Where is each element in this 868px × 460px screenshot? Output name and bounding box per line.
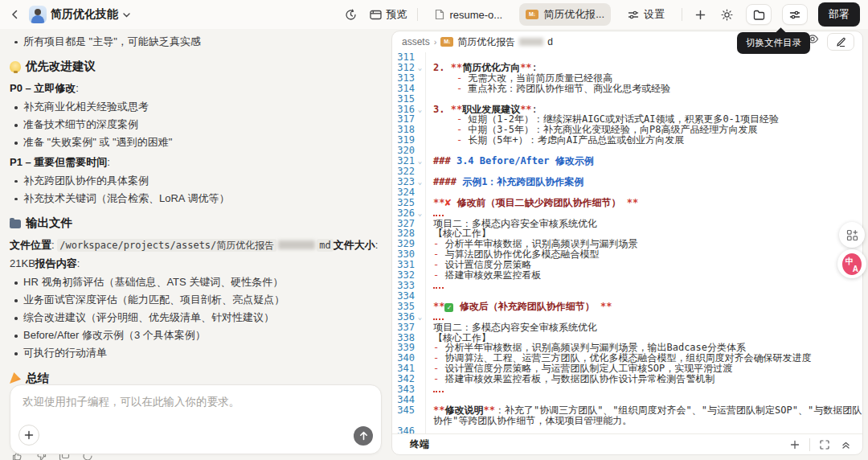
- fold-gutter: [415, 302, 425, 312]
- code-line-content[interactable]: [425, 384, 862, 395]
- code-line-content[interactable]: ### 3.4 Before/After 修改示例: [425, 156, 862, 166]
- chat-bullet: 所有项目都是 "主导"，可能缺乏真实感: [10, 34, 380, 51]
- expand-terminal-button[interactable]: [817, 437, 832, 452]
- chat-bullet: 准备技术细节的深度案例: [10, 117, 380, 133]
- line-number: 334: [392, 291, 415, 302]
- send-button[interactable]: [354, 426, 373, 446]
- code-line-content[interactable]: - 搭建审核效果监控看板，与数据团队协作设计异常检测告警机制: [425, 374, 862, 384]
- redacted-filename: [519, 38, 543, 46]
- collapse-terminal-button[interactable]: [839, 437, 853, 452]
- code-line-content[interactable]: - 搭建审核效果监控看板: [425, 270, 862, 281]
- bold-marker: **: [483, 405, 494, 416]
- bold-text: 文件位置: [10, 239, 51, 251]
- bold-text: P1 – 重要但需要时间: [10, 156, 107, 168]
- fold-chevron-icon[interactable]: ⌄: [415, 208, 425, 219]
- pencil-icon: [836, 37, 846, 47]
- chat-bullet: 补充跨团队协作的具体案例: [10, 173, 380, 190]
- code-line-content[interactable]: **修改说明**：补充了"协调三方团队"、"组织周度对齐会"、"与运营团队制定S…: [425, 405, 862, 426]
- code-line-content[interactable]: [425, 281, 862, 291]
- party-icon: [10, 372, 21, 384]
- chat-heading-text: 输出文件: [26, 216, 72, 231]
- fold-gutter: [415, 125, 425, 135]
- preview-button[interactable]: 预览: [370, 7, 407, 22]
- list-marker: 2.: [433, 62, 451, 73]
- line-number: 326: [392, 208, 415, 219]
- fold-gutter: [415, 374, 425, 384]
- fold-chevron-icon[interactable]: ⌄: [415, 312, 425, 322]
- fold-chevron-icon[interactable]: ⌄: [415, 156, 425, 166]
- tab-label: 简历优化报...: [543, 7, 604, 22]
- red-bold-text: 修改前（项目二缺少跨团队协作细节）: [451, 197, 620, 208]
- code-line: 319 - 长期（5年+）：考虑向AI产品总监或创业方向发展: [392, 135, 862, 146]
- code-line-content[interactable]: #### 示例1：补充跨团队协作案例: [425, 177, 862, 187]
- terminal-bar: 终端: [392, 433, 862, 454]
- chat-panel: 所有项目都是 "主导"，可能缺乏真实感优先改进建议P0 – 立即修改:补充商业化…: [0, 29, 391, 460]
- chevron-down-icon: [122, 10, 131, 19]
- fold-gutter: [415, 94, 425, 105]
- agent-title-dropdown[interactable]: 简历优化技能: [29, 6, 131, 23]
- code-line-content[interactable]: **✓ 修改后（补充跨团队协作细节） **: [425, 302, 862, 312]
- text: 分析半年审核数据，识别高频误判与漏判场景，输出Badcase分类体系: [439, 342, 746, 353]
- text: :: [77, 257, 80, 269]
- terminal-label[interactable]: 终端: [410, 437, 429, 451]
- code-line-content[interactable]: [425, 426, 862, 433]
- text: 长期（5年+）：考虑向AI产品总监或创业方向发展: [462, 134, 684, 146]
- editor-panel: assets › M↓ 简历优化报告 d 311312⌄2. **简历优化方向*…: [391, 31, 863, 455]
- editor-settings-button[interactable]: [782, 4, 808, 25]
- chat-bullet: 补充商业化相关经验或思考: [10, 99, 380, 116]
- markdown-icon: M↓: [526, 10, 538, 19]
- fold-chevron-icon[interactable]: ⌄: [415, 105, 425, 115]
- code-line-content[interactable]: - 长期（5年+）：考虑向AI产品总监或创业方向发展: [425, 135, 862, 146]
- chat-bullet: 综合改进建议（评分明细、优先级清单、针对性建议）: [10, 310, 380, 327]
- preview-label: 预览: [386, 7, 407, 22]
- bold-marker: **: [627, 197, 638, 208]
- line-number: 335: [392, 302, 415, 312]
- expand-icon: [820, 440, 829, 450]
- text: 无需大改，当前简历质量已经很高: [462, 72, 612, 84]
- code-line: 343: [392, 384, 862, 395]
- file-explorer-button[interactable]: [746, 4, 772, 25]
- text: [433, 134, 457, 146]
- tab-resume-file[interactable]: resume-o...: [428, 5, 509, 25]
- code-line-content[interactable]: - 重点补充：跨团队协作细节、商业化思考或经验: [425, 84, 862, 94]
- code-line-content[interactable]: **✘ 修改前（项目二缺少跨团队协作细节） **: [425, 198, 862, 208]
- text: 协调算法、工程、运营三方团队，优化多模态融合模型，组织周度对齐会确保研发进度: [439, 352, 811, 363]
- bold-marker: **: [433, 301, 444, 312]
- bold-marker: **: [433, 197, 444, 208]
- plus-icon: [790, 440, 800, 450]
- tab-settings[interactable]: 设置: [621, 3, 671, 26]
- chat-heading: 输出文件: [10, 216, 380, 231]
- floating-translate-button[interactable]: 中A: [837, 249, 866, 278]
- chat-priority-line: P0 – 立即修改:: [10, 80, 380, 97]
- line-number: 346: [392, 426, 415, 433]
- text: 搭建审核效果监控看板: [439, 269, 541, 281]
- attach-button[interactable]: [18, 425, 39, 446]
- heading-marker: ####: [433, 176, 462, 187]
- history-button[interactable]: [342, 6, 359, 23]
- bold-marker: **: [451, 62, 462, 73]
- code-editor[interactable]: 311312⌄2. **简历优化方向**:313 - 无需大改，当前简历质量已经…: [392, 52, 862, 433]
- breadcrumb-file[interactable]: 简历优化报告: [457, 35, 515, 49]
- file-icon: [435, 9, 444, 20]
- chat-heading-text: 优先改进建议: [26, 59, 96, 74]
- breadcrumb-folder[interactable]: assets: [402, 36, 430, 47]
- add-button[interactable]: [693, 7, 708, 23]
- text: :: [532, 104, 538, 115]
- fold-chevron-icon[interactable]: ⌄: [415, 63, 425, 73]
- chat-input[interactable]: 欢迎使用扣子编程，可以在此输入你的要求。: [10, 384, 382, 454]
- fold-chevron-icon[interactable]: ⌄: [415, 177, 425, 187]
- deploy-button[interactable]: 部署: [818, 2, 860, 27]
- floating-widgets-button[interactable]: [839, 222, 865, 248]
- fold-gutter: [415, 270, 425, 281]
- theme-button[interactable]: [719, 6, 735, 23]
- bold-marker: **: [520, 62, 531, 73]
- new-terminal-button[interactable]: [788, 437, 802, 452]
- back-button[interactable]: [8, 7, 23, 22]
- bold-text: 文件大小: [334, 239, 375, 251]
- text: :: [107, 156, 110, 168]
- tab-report-file[interactable]: M↓ 简历优化报...: [519, 3, 611, 26]
- edit-file-button[interactable]: [827, 33, 854, 51]
- bold-marker: **: [451, 104, 462, 115]
- code-line: 321⌄### 3.4 Before/After 修改示例: [392, 156, 862, 166]
- spell-squiggle: [433, 385, 444, 392]
